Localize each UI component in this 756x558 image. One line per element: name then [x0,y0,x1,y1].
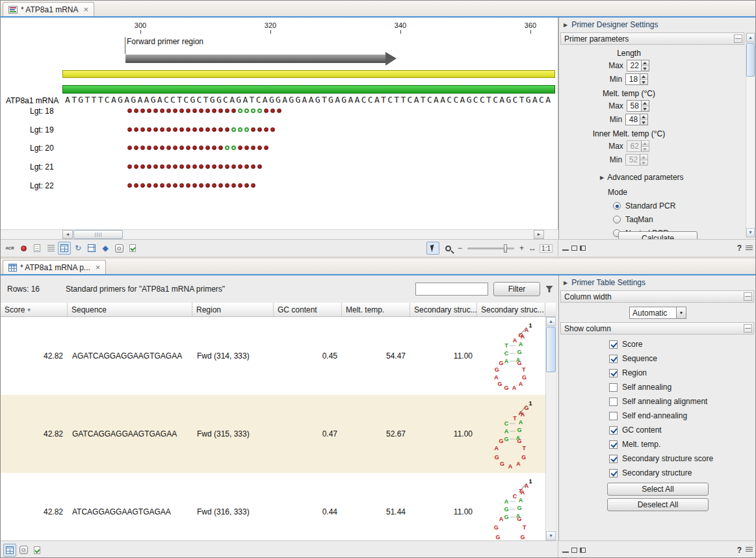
length-min-spinner[interactable]: 18 [625,73,648,85]
spinner-down-icon[interactable] [640,80,647,85]
show-column-checkbox[interactable] [609,469,618,477]
show-column-option[interactable]: Secondary structure [609,468,756,477]
expand-arrow-icon[interactable]: ▶ [564,280,567,286]
show-column-option[interactable]: GC content [609,425,756,435]
red-dot-icon[interactable] [17,242,30,255]
table-view-icon[interactable] [3,544,16,557]
float-panel-icon[interactable] [571,548,577,553]
show-column-header[interactable]: Show column — [560,322,754,335]
mode-radio[interactable] [613,202,621,210]
show-column-checkbox[interactable] [609,355,618,363]
scrollbar-thumb[interactable] [546,327,556,372]
tab-primer-table[interactable]: * ATP8a1 mRNA p... × [3,260,106,274]
filter-input[interactable] [415,283,488,296]
column-header[interactable]: Secondary struc... [410,303,477,316]
zoom-slider-handle[interactable] [504,244,507,253]
scroll-up-button[interactable]: ▲ [546,317,556,326]
column-width-header[interactable]: Column width — [560,290,754,303]
scroll-down-button[interactable]: ▼ [746,228,755,237]
help-icon[interactable]: ? [736,546,743,555]
column-header[interactable]: Region [192,303,274,316]
annotation-table-icon[interactable] [31,242,44,255]
spinner-down-icon[interactable] [642,66,649,71]
show-column-option[interactable]: Self annealing [609,383,756,392]
melt-temp-min-spinner[interactable]: 48 [625,114,648,125]
deselect-all-button[interactable]: Deselect All [607,498,709,511]
spinner-down-icon[interactable] [642,107,649,112]
origin-marker-icon[interactable]: O [112,242,125,255]
scroll-right-button[interactable]: ► [534,230,544,239]
spinner-up-icon[interactable] [640,74,647,80]
show-column-option[interactable]: Secondary structure score [609,454,756,463]
forward-primer-region-arrow[interactable] [125,55,385,63]
show-column-checkbox[interactable] [609,440,618,449]
show-column-checkbox[interactable] [609,383,618,392]
show-column-option[interactable]: Region [609,368,756,377]
calculate-button[interactable]: Calculate [618,231,697,239]
mode-option[interactable]: Standard PCR [613,201,699,210]
dot-plot-icon[interactable]: ◆ [99,242,112,255]
column-header[interactable]: Sequence [68,303,192,316]
scroll-down-button[interactable]: ▼ [546,531,556,540]
close-tab-icon[interactable]: × [83,6,88,13]
origin-marker-icon[interactable]: O [17,544,30,557]
collapse-group-icon[interactable]: — [744,292,752,301]
filter-button[interactable]: Filter [493,282,540,296]
fit-width-icon[interactable]: ↔ [527,244,538,253]
minimize-panel-icon[interactable] [562,246,569,251]
collapse-group-icon[interactable]: — [734,34,742,43]
dock-panel-icon[interactable] [580,246,586,251]
show-column-checkbox[interactable] [609,369,618,377]
tab-sequence-view[interactable]: * ATP8a1 mRNA × [3,2,94,16]
advanced-filter-icon[interactable] [543,283,555,295]
show-column-checkbox[interactable] [609,398,618,406]
zoom-tool-icon[interactable] [441,242,454,255]
show-column-checkbox[interactable] [609,412,618,420]
spinner-down-icon[interactable] [640,120,647,125]
show-column-checkbox[interactable] [609,455,618,463]
text-view-icon[interactable] [44,242,57,255]
validation-report-icon[interactable] [126,242,139,255]
selection-tool-icon[interactable] [426,242,439,255]
primer-table-row[interactable]: 42.82ATCAGGAGGAAGTGAGAAFwd (316, 333)0.4… [1,473,545,540]
mode-option[interactable]: TaqMan [613,215,699,224]
zoom-out-button[interactable]: − [456,244,463,253]
select-all-button[interactable]: Select All [607,483,709,496]
annotation-bar-green[interactable] [62,85,555,94]
minimize-panel-icon[interactable] [562,548,569,553]
validation-report-icon[interactable] [31,544,44,557]
length-max-spinner[interactable]: 22 [627,60,649,71]
column-header[interactable]: Melt. temp. [342,303,410,316]
close-tab-icon[interactable]: × [96,264,101,271]
panel-menu-icon[interactable] [746,547,753,553]
scroll-up-button[interactable]: ▲ [746,33,755,42]
show-column-option[interactable]: Self annealing alignment [609,397,756,406]
advanced-parameters-toggle[interactable]: ▶ Advanced parameters [600,173,699,182]
settings-scrollbar[interactable]: ▲ ▼ [746,32,755,238]
sequence-view[interactable]: 300320340360 Forward primer region ATP8a… [1,18,558,229]
column-header[interactable]: Secondary struc... [477,303,545,316]
zoom-in-button[interactable]: + [518,244,525,253]
scroll-left-button[interactable]: ◄ [62,230,73,239]
horizontal-scrollbar-thumb[interactable] [73,230,123,239]
help-icon[interactable]: ? [736,244,743,253]
spinner-up-icon[interactable] [642,101,649,107]
graphical-view-icon[interactable] [58,242,71,255]
panel-menu-icon[interactable] [746,246,753,251]
collapse-group-icon[interactable]: — [744,324,752,333]
show-column-checkbox[interactable] [609,426,618,435]
zoom-slider[interactable] [467,247,514,249]
spinner-up-icon[interactable] [642,60,649,66]
float-panel-icon[interactable] [571,246,577,251]
column-width-select[interactable]: Automatic ▼ [629,307,686,319]
show-column-checkbox[interactable] [609,340,618,349]
circular-view-icon[interactable]: ↻ [72,242,85,255]
split-view-icon[interactable] [85,242,98,255]
show-column-option[interactable]: Melt. temp. [609,440,756,449]
scrollbar-thumb[interactable] [746,43,755,77]
melt-temp-max-spinner[interactable]: 58 [627,100,649,112]
show-column-option[interactable]: Score [609,340,756,349]
column-header[interactable]: GC content [274,303,342,316]
spinner-up-icon[interactable] [640,114,647,120]
annotation-bar-yellow[interactable] [62,70,555,78]
